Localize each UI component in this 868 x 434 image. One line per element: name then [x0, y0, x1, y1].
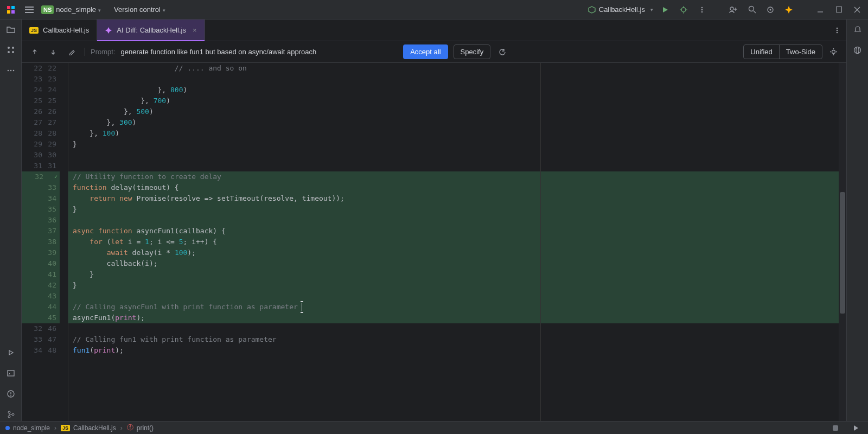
gutter-row: 3448 — [22, 345, 60, 356]
next-change-icon[interactable] — [47, 46, 60, 59]
code-line[interactable]: }, 800) — [68, 85, 839, 95]
code-line[interactable]: // Calling fun1 with print function as p… — [68, 334, 839, 345]
svg-rect-2 — [7, 10, 10, 14]
diff-editor[interactable]: 2222232324242525262627272828292930303131… — [22, 63, 846, 421]
svg-point-16 — [701, 11, 703, 12]
problems-tool-icon[interactable] — [4, 387, 17, 400]
svg-point-34 — [12, 70, 14, 72]
code-line[interactable] — [68, 323, 839, 334]
code-with-me-icon[interactable] — [727, 3, 740, 16]
close-icon[interactable] — [851, 3, 864, 16]
tabs-menu-icon[interactable] — [828, 20, 846, 41]
editor-tab-0[interactable]: JSCallbackHell.js — [22, 20, 97, 41]
text-caret — [302, 303, 302, 311]
regenerate-icon[interactable] — [496, 46, 509, 59]
specify-button[interactable]: Specify — [454, 44, 491, 59]
code-line[interactable]: } — [68, 204, 839, 215]
ide-status-icon[interactable] — [850, 422, 863, 435]
svg-point-42 — [12, 413, 14, 416]
code-line[interactable]: }, 100) — [68, 128, 839, 139]
svg-rect-36 — [8, 371, 14, 376]
gutter-row: 2323 — [22, 74, 60, 85]
svg-point-39 — [10, 395, 11, 397]
code-line[interactable]: fun1(print); — [68, 345, 839, 356]
code-line[interactable]: // .... and so on — [68, 63, 839, 74]
code-line[interactable]: asyncFun1(print); — [68, 312, 839, 323]
code-line[interactable]: }, 500) — [68, 106, 839, 117]
code-line[interactable]: }, 700) — [68, 95, 839, 106]
maximize-icon[interactable] — [832, 3, 845, 16]
indexing-icon[interactable] — [829, 422, 842, 435]
code-line[interactable]: } — [68, 139, 839, 150]
svg-point-17 — [730, 7, 733, 10]
svg-point-47 — [832, 50, 835, 54]
svg-point-15 — [701, 9, 703, 10]
more-tool-icon[interactable] — [4, 64, 17, 77]
crumb-1: CallbackHell.js — [73, 424, 116, 432]
crumb-0: node_simple — [13, 424, 50, 432]
run-config-selector[interactable]: CallbackHell.js — [588, 5, 653, 14]
gutter-row: 35 — [22, 204, 60, 215]
accept-hunk-icon[interactable]: ✓ — [47, 171, 58, 182]
diff-settings-icon[interactable] — [827, 46, 840, 59]
code-line[interactable] — [68, 74, 839, 85]
svg-point-29 — [12, 47, 14, 49]
code-line[interactable]: async function asyncFun1(callback) { — [68, 226, 839, 237]
svg-marker-43 — [105, 27, 112, 34]
line-gutter: 2222232324242525262627272828292930303131… — [22, 63, 60, 421]
code-line[interactable] — [68, 150, 839, 161]
ai-side-icon[interactable] — [851, 43, 864, 56]
run-icon[interactable] — [659, 3, 672, 16]
code-line[interactable]: } — [68, 280, 839, 291]
overview-ruler[interactable] — [839, 63, 846, 421]
code-line[interactable]: // Calling asyncFun1 with print function… — [68, 302, 839, 312]
gutter-row: 38 — [22, 237, 60, 247]
svg-rect-6 — [25, 12, 34, 13]
project-selector[interactable]: NS node_simple — [41, 5, 101, 14]
git-tool-icon[interactable] — [4, 408, 17, 421]
js-file-icon: JS — [29, 27, 39, 34]
gutter-row: 2222 — [22, 63, 60, 74]
terminal-tool-icon[interactable] — [4, 367, 17, 380]
run-tool-icon[interactable] — [4, 346, 17, 359]
code-content[interactable]: // .... and so on }, 800) }, 700) }, 500… — [68, 63, 839, 421]
code-line[interactable] — [68, 161, 839, 171]
code-line[interactable]: // Utility function to create delay — [68, 171, 839, 182]
app-menu-icon[interactable] — [4, 3, 17, 16]
debug-icon[interactable] — [677, 3, 690, 16]
view-unified-button[interactable]: Unified — [744, 45, 778, 59]
code-line[interactable] — [68, 291, 839, 302]
project-tool-icon[interactable] — [4, 23, 17, 36]
code-line[interactable]: callback(i); — [68, 258, 839, 269]
gutter-row: 2929 — [22, 139, 60, 150]
code-line[interactable]: function delay(timeout) { — [68, 182, 839, 193]
view-twoside-button[interactable]: Two-Side — [779, 45, 822, 59]
breadcrumb[interactable]: node_simple JS CallbackHell.js ⓕ print() — [5, 423, 154, 432]
gutter-row: 42 — [22, 280, 60, 291]
more-run-icon[interactable] — [695, 3, 709, 16]
svg-point-46 — [837, 31, 838, 33]
code-line[interactable]: await delay(i * 100); — [68, 247, 839, 258]
notifications-icon[interactable] — [851, 23, 864, 36]
code-line[interactable]: return new Promise(resolve => setTimeout… — [68, 193, 839, 204]
split-divider — [540, 63, 541, 421]
ai-assistant-icon[interactable] — [782, 3, 795, 16]
vcs-menu[interactable]: Version control — [114, 5, 165, 14]
crumb-2: print() — [137, 424, 154, 432]
structure-tool-icon[interactable] — [4, 43, 17, 56]
code-line[interactable] — [68, 215, 839, 226]
scrollbar-thumb[interactable] — [840, 192, 845, 314]
minimize-icon[interactable] — [814, 3, 827, 16]
edit-prompt-icon[interactable] — [65, 46, 78, 59]
code-line[interactable]: for (let i = 1; i <= 5; i++) { — [68, 237, 839, 247]
tab-close-icon[interactable]: × — [193, 26, 197, 34]
prev-change-icon[interactable] — [28, 46, 41, 59]
module-dot-icon — [5, 426, 10, 430]
code-line[interactable]: }, 300) — [68, 117, 839, 128]
hamburger-icon[interactable] — [23, 3, 36, 16]
search-icon[interactable] — [745, 3, 758, 16]
code-line[interactable]: } — [68, 269, 839, 280]
editor-tab-1[interactable]: AI Diff: CallbackHell.js× — [97, 20, 205, 41]
accept-all-button[interactable]: Accept all — [403, 44, 448, 59]
ai-settings-icon[interactable] — [764, 3, 777, 16]
